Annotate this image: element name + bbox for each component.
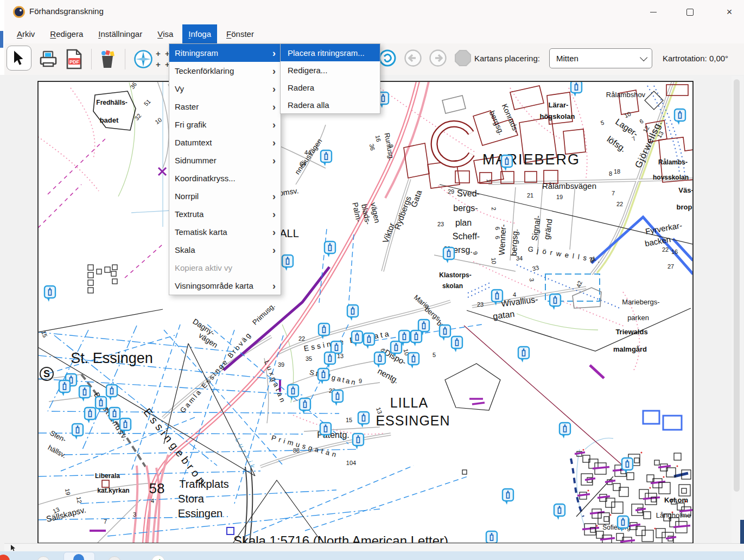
taskbar-app-green-icon[interactable]: ⇄ [151,555,165,560]
map-label: 58 [149,480,165,497]
map-label: parken [627,314,649,322]
map-label: Kol.om [664,496,688,504]
map-number: 88 [293,447,300,454]
submenu-arrow-icon: › [272,227,276,237]
menu-item-12: Kopiera aktiv vy [169,259,281,277]
submenu-arrow-icon: › [272,120,276,130]
submenu-arrow-icon: › [272,156,276,166]
menu-label: Textruta [175,209,272,219]
submenu-label: Radera [288,83,375,92]
submenu-item-2[interactable]: Radera [281,79,380,96]
map-label: Rålambshov [606,91,646,99]
map-label: Rålambs- [658,158,688,166]
map-number: 39 [278,361,284,368]
menu-item-10[interactable]: Tematisk karta› [169,223,281,241]
submenu-label: Radera alla [288,100,375,110]
map-number: 3 [133,511,136,518]
submenu-item-0[interactable]: Placera ritningsram... [281,44,380,61]
map-number: 29 [448,188,454,195]
map-number: 23 [437,221,444,227]
infoga-menu: Ritningsram›Teckenförklaring›Vy›Raster›F… [169,43,281,295]
taskbar-app-icon[interactable] [108,556,121,560]
map-number: 7 [612,190,615,196]
map-label: Sved- [457,189,480,198]
map-label: S [43,368,50,379]
menu-item-4[interactable]: Fri grafik› [169,116,281,133]
taskbar-app-icon[interactable] [37,556,50,560]
map-label: Essingen [178,507,222,519]
map-number: 18 [614,168,620,175]
map-label: hovsskolan [653,174,689,181]
map-label: Liberala [95,472,120,480]
submenu-arrow-icon: › [272,209,276,219]
submenu-label: Placera ritningsram... [288,48,375,58]
menu-item-2[interactable]: Vy› [169,80,281,98]
map-number: 4 [151,498,154,504]
taskbar-active-app-icon [73,554,84,560]
menu-label: Norrpil [175,192,272,201]
application-window: Fredhälls-badetRålambshovLärar-högskolan… [0,0,744,560]
map-number: 1 [486,179,492,182]
map-label: Klastorps- [439,271,471,279]
submenu-arrow-icon: › [272,245,276,255]
map-number: 2 [491,207,497,211]
map-label: Rålambsvägen [542,181,596,190]
map-number: 6 [494,236,501,239]
map-number: 21 [527,192,533,199]
map-label: Väs- [678,186,693,194]
map-number: 4 [513,291,516,298]
menu-item-6[interactable]: Sidnummer› [169,151,281,169]
menu-label: Datumtext [175,138,272,147]
taskbar-active-app[interactable] [63,552,95,560]
map-number: 64 [300,161,306,167]
windows-taskbar: ⇄ ENG [0,551,744,560]
map-label: plan [455,218,472,227]
menu-item-9[interactable]: Textruta› [169,205,281,223]
menu-label: Visningsområde karta [175,281,272,290]
submenu-item-3[interactable]: Radera alla [281,96,380,113]
map-number: 16 [671,249,678,255]
submenu-arrow-icon: › [272,281,276,291]
map-label: bergs- [453,203,478,213]
menu-item-5[interactable]: Datumtext› [169,133,281,151]
menu-item-1[interactable]: Teckenförklaring› [169,62,281,80]
map-number: 15 [346,417,352,423]
map-label: bergsg. [509,228,520,256]
menu-label: Skala [175,245,272,254]
map-number: 3 [529,278,535,282]
menu-item-7[interactable]: Koordinatkryss... [169,169,281,187]
taskbar-app-red-icon[interactable] [0,555,10,560]
map-label: kat.kyrkan [97,487,129,494]
menu-item-8[interactable]: Norrpil› [169,187,281,205]
menu-label: Fri grafik [175,120,272,129]
submenu-arrow-icon: › [272,192,276,201]
menu-item-13[interactable]: Visningsområde karta› [169,277,281,295]
map-number: 8 [609,170,612,177]
map-label: högskolan [539,112,575,120]
map-number: 104 [346,460,356,466]
menu-label: Kopiera aktiv vy [175,263,276,272]
horizontal-scrollbar[interactable] [4,543,744,552]
map-number: 36 [368,143,376,151]
map-label: ALL [279,227,299,239]
menu-label: Teckenförklaring [175,66,272,75]
map-number: 22 [662,246,669,253]
map-label: badet [100,116,119,124]
menu-label: Raster [175,102,272,111]
submenu-arrow-icon: › [272,48,276,58]
menu-item-11[interactable]: Skala› [169,241,281,259]
submenu-arrow-icon: › [272,102,276,112]
map-number: 19 [64,488,72,495]
vertical-scrollbar-thumb[interactable] [734,79,740,492]
map-label: malmgård [613,345,647,353]
submenu-item-1[interactable]: Redigera... [281,61,380,79]
submenu-arrow-icon: › [272,66,276,76]
menu-item-3[interactable]: Raster› [169,98,281,116]
map-number: 12 [75,496,83,504]
map-number: 16 [374,135,382,142]
map-number: 27 [667,263,674,270]
map-label: Lärar- [549,101,569,109]
map-label: Trafikplats [179,478,229,490]
menu-item-0[interactable]: Ritningsram› [169,44,281,62]
map-label: Triewalds [615,328,647,336]
